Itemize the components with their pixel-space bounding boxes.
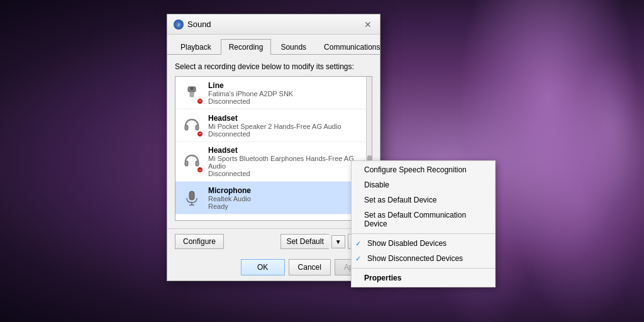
svg-rect-5 (185, 161, 188, 166)
cancel-button[interactable]: Cancel (289, 259, 331, 275)
device-icon-headset2 (180, 150, 203, 173)
device-name-line: Line (208, 81, 367, 90)
dialog-icon: ♪ (174, 19, 184, 30)
status-dot-red-headset1 (197, 131, 203, 137)
dialog-titlebar: ♪ Sound ✕ (167, 14, 380, 35)
status-dot-red-headset2 (197, 167, 203, 173)
device-icon-stereo (180, 219, 203, 221)
device-item-headset2[interactable]: Headset Mi Sports Bluetooth Earphones Ha… (175, 142, 372, 182)
device-info-headset1: Headset Mi Pocket Speaker 2 Hands-Free A… (208, 114, 367, 138)
ctx-show-disconnected[interactable]: Show Disconnected Devices (352, 251, 495, 266)
configure-button[interactable]: Configure (175, 234, 224, 249)
ctx-properties[interactable]: Properties (352, 270, 495, 286)
context-menu: Configure Speech Recognition Disable Set… (351, 160, 496, 287)
ctx-set-default-comm[interactable]: Set as Default Communication Device (352, 208, 495, 231)
svg-rect-4 (196, 125, 199, 130)
ctx-show-disabled[interactable]: Show Disabled Devices (352, 236, 495, 251)
instruction-text: Select a recording device below to modif… (175, 62, 372, 71)
device-status-headset2: Disconnected (208, 170, 367, 177)
close-button[interactable]: ✕ (362, 19, 374, 30)
svg-rect-1 (190, 92, 194, 97)
device-name-stereo: Stereo Mix (208, 219, 367, 221)
device-item-headset1[interactable]: Headset Mi Pocket Speaker 2 Hands-Free A… (175, 109, 372, 142)
device-list: Line Fatima's iPhone A2DP SNK Disconnect… (175, 76, 372, 221)
device-name-headset2: Headset (208, 146, 367, 155)
device-name-headset1: Headset (208, 114, 367, 123)
device-sub-headset1: Mi Pocket Speaker 2 Hands-Free AG Audio (208, 123, 367, 130)
status-dot-red-line (197, 98, 203, 104)
device-status-mic: Ready (208, 203, 367, 210)
device-sub-headset2: Mi Sports Bluetooth Earphones Hands-Free… (208, 155, 367, 170)
set-default-arrow-button[interactable]: ▼ (331, 235, 345, 248)
tab-recording[interactable]: Recording (221, 39, 272, 55)
dialog-content: Select a recording device below to modif… (167, 55, 380, 228)
device-name-mic: Microphone (208, 186, 367, 195)
set-default-button[interactable]: Set Default (280, 234, 328, 249)
device-icon-line (180, 82, 203, 104)
sound-dialog: ♪ Sound ✕ Playback Recording Sounds Comm… (167, 14, 380, 281)
tab-playback[interactable]: Playback (172, 39, 219, 55)
device-item-line[interactable]: Line Fatima's iPhone A2DP SNK Disconnect… (175, 77, 372, 109)
device-item-mic[interactable]: Microphone Realtek Audio Ready (175, 182, 372, 214)
ctx-disable[interactable]: Disable (352, 177, 495, 192)
svg-rect-7 (189, 191, 194, 200)
dialog-bottom-buttons: OK Cancel Apply (167, 254, 380, 280)
device-status-headset1: Disconnected (208, 130, 367, 138)
tab-sounds[interactable]: Sounds (272, 39, 314, 55)
svg-rect-3 (185, 125, 188, 130)
device-info-stereo: Stereo Mix Realtek Audio Default Device (208, 219, 367, 221)
ok-button[interactable]: OK (241, 259, 285, 275)
device-info-line: Line Fatima's iPhone A2DP SNK Disconnect… (208, 81, 367, 105)
action-buttons-row: Configure Set Default ▼ Pr... (167, 228, 380, 254)
ctx-separator-1 (352, 233, 495, 234)
device-sub-mic: Realtek Audio (208, 195, 367, 203)
ctx-configure-speech[interactable]: Configure Speech Recognition (352, 162, 495, 177)
device-icon-mic (180, 187, 203, 209)
device-icon-headset1 (180, 114, 203, 137)
svg-point-2 (191, 87, 194, 90)
dialog-title: Sound (187, 19, 211, 29)
device-info-mic: Microphone Realtek Audio Ready (208, 186, 367, 210)
ctx-set-default[interactable]: Set as Default Device (352, 192, 495, 208)
device-status-line: Disconnected (208, 97, 367, 105)
device-info-headset2: Headset Mi Sports Bluetooth Earphones Ha… (208, 146, 367, 177)
device-sub-line: Fatima's iPhone A2DP SNK (208, 90, 367, 97)
svg-rect-6 (196, 161, 199, 166)
ctx-separator-2 (352, 268, 495, 269)
device-item-stereo[interactable]: Stereo Mix Realtek Audio Default Device (175, 214, 372, 221)
tab-communications[interactable]: Communications (316, 39, 388, 55)
dialog-tabs: Playback Recording Sounds Communications (167, 35, 380, 55)
